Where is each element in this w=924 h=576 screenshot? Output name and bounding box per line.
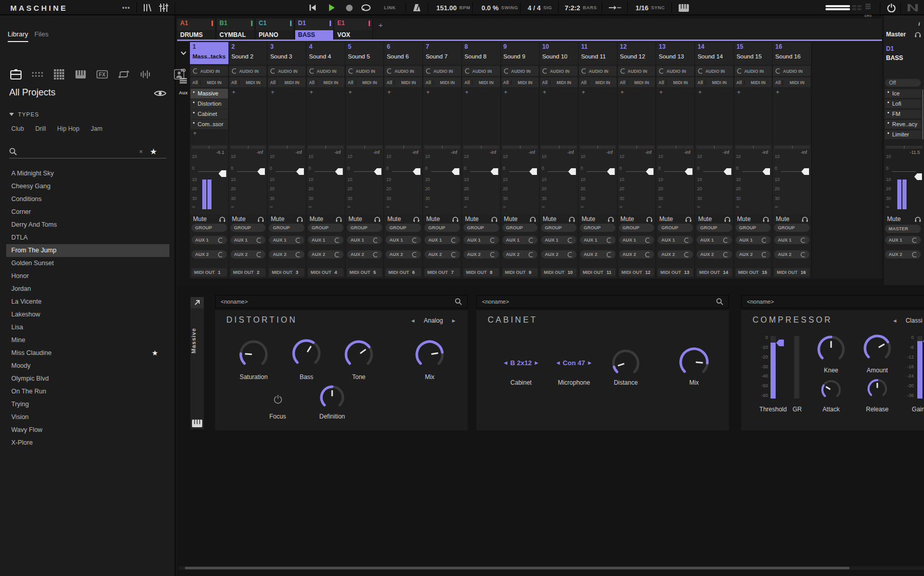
- aux-mini-knob-icon[interactable]: [912, 237, 917, 243]
- mute-button[interactable]: Mute: [426, 215, 440, 223]
- project-item[interactable]: A Midnight Sky: [0, 167, 176, 180]
- audio-in-button[interactable]: AUDIO IN: [735, 66, 772, 76]
- channel-strip-13[interactable]: 13 Sound 13 AUDIO IN All MIDI IN + -inf …: [656, 42, 695, 279]
- mute-button[interactable]: Mute: [776, 215, 790, 223]
- master-headphone-icon[interactable]: [915, 32, 921, 37]
- loops-filter-icon[interactable]: [117, 68, 130, 81]
- master-route-button[interactable]: MASTER: [885, 225, 921, 233]
- microphone-selector[interactable]: ◀ Con 47 ▶: [556, 359, 591, 367]
- prev-icon[interactable]: ◀: [556, 361, 560, 365]
- pan-strip[interactable]: [580, 146, 615, 149]
- add-plugin-button[interactable]: +: [540, 89, 578, 97]
- aux1-button[interactable]: AUX 1: [619, 236, 654, 244]
- project-item[interactable]: Corner: [0, 206, 176, 219]
- aux2-button[interactable]: AUX 2: [541, 250, 576, 259]
- cue-icon[interactable]: [569, 216, 575, 222]
- midi-in-button[interactable]: All MIDI IN: [502, 77, 539, 87]
- master-plugin-item[interactable]: Reve..acy: [885, 120, 921, 129]
- add-plugin-button[interactable]: +: [306, 89, 345, 97]
- project-item[interactable]: On The Run: [0, 385, 176, 398]
- channel-strip-2[interactable]: 2 Sound 2 AUDIO IN All MIDI IN + -inf 10…: [229, 42, 267, 279]
- add-group-button[interactable]: +: [373, 18, 882, 39]
- master-input-off[interactable]: Off: [885, 79, 921, 87]
- pan-strip[interactable]: [425, 146, 460, 149]
- plugin-rail-label[interactable]: Massive: [190, 312, 204, 369]
- midi-in-button[interactable]: All MIDI IN: [773, 77, 811, 87]
- mute-button[interactable]: Mute: [271, 215, 284, 223]
- group-tab-c1[interactable]: C1PIANO: [256, 18, 294, 39]
- keyboard-icon[interactable]: [679, 0, 689, 15]
- add-plugin-button[interactable]: +: [384, 89, 422, 97]
- definition-knob[interactable]: [319, 384, 345, 411]
- add-plugin-button[interactable]: +: [462, 89, 500, 97]
- group-route-button[interactable]: GROUP: [308, 224, 343, 232]
- fader-handle[interactable]: [685, 168, 692, 175]
- project-item[interactable]: Conditions: [0, 193, 176, 206]
- group-tab-b1[interactable]: B1CYMBAL: [217, 18, 255, 39]
- prev-icon[interactable]: ◀: [504, 361, 507, 365]
- aux1-button[interactable]: AUX 1: [386, 236, 421, 244]
- channel-header[interactable]: 7 Sound 7: [423, 42, 461, 64]
- group-route-button[interactable]: GROUP: [697, 224, 732, 232]
- saturation-knob[interactable]: [238, 339, 269, 370]
- level-section-icon[interactable]: [177, 78, 189, 84]
- aux1-button[interactable]: AUX 1: [541, 236, 576, 244]
- fader-handle[interactable]: [646, 168, 653, 175]
- expand-plugin-icon[interactable]: [190, 297, 204, 308]
- project-item[interactable]: Lisa: [0, 321, 176, 334]
- cue-icon[interactable]: [763, 216, 769, 222]
- midi-out-button[interactable]: MIDI OUT7: [425, 268, 460, 276]
- fader-handle[interactable]: [413, 168, 420, 175]
- distortion-preset-selector[interactable]: ◀ Analog ▶: [411, 317, 455, 324]
- audio-in-button[interactable]: AUDIO IN: [696, 66, 733, 76]
- add-plugin-button[interactable]: +: [345, 89, 384, 97]
- midi-out-button[interactable]: MIDI OUT8: [464, 268, 499, 276]
- search-icon[interactable]: [455, 298, 462, 305]
- mute-button[interactable]: Mute: [582, 215, 595, 223]
- midi-in-button[interactable]: All MIDI IN: [346, 77, 383, 87]
- distortion-preset-search[interactable]: <noname>: [215, 295, 468, 308]
- group-route-button[interactable]: GROUP: [269, 224, 304, 232]
- channel-strip-9[interactable]: 9 Sound 9 AUDIO IN All MIDI IN + -inf 10…: [501, 42, 540, 279]
- channel-strip-14[interactable]: 14 Sound 14 AUDIO IN All MIDI IN + -inf …: [695, 42, 734, 279]
- bass-knob[interactable]: [291, 338, 322, 369]
- clear-search-icon[interactable]: ×: [139, 148, 143, 155]
- mute-button[interactable]: Mute: [621, 215, 634, 223]
- cabinet-mix-knob[interactable]: [678, 346, 710, 378]
- metronome-icon[interactable]: [413, 0, 421, 15]
- prev-preset-icon[interactable]: ◀: [411, 319, 414, 323]
- next-icon[interactable]: ▶: [588, 361, 591, 365]
- swing-display[interactable]: 0.0 %SWING: [482, 0, 518, 15]
- tempo-display[interactable]: 151.00BPM: [436, 0, 470, 15]
- midi-in-button[interactable]: All MIDI IN: [540, 77, 578, 87]
- midi-in-button[interactable]: All MIDI IN: [384, 77, 422, 87]
- favorites-filter-icon[interactable]: ★: [150, 147, 157, 156]
- midi-out-button[interactable]: MIDI OUT6: [386, 268, 421, 276]
- cue-icon[interactable]: [530, 216, 536, 222]
- aux1-button[interactable]: AUX 1: [697, 236, 732, 244]
- channel-header[interactable]: 1 Mass..tacks: [190, 42, 228, 64]
- master-plugin-scrollbar[interactable]: [922, 89, 923, 140]
- aux1-button[interactable]: AUX 1: [464, 236, 499, 244]
- mute-button[interactable]: Mute: [387, 215, 401, 223]
- channel-strip-1[interactable]: 1 Mass..tacks AUDIO IN All MIDI IN Massi…: [190, 42, 228, 279]
- aux1-button[interactable]: AUX 1: [580, 236, 615, 244]
- channel-strip-7[interactable]: 7 Sound 7 AUDIO IN All MIDI IN + -inf 10…: [423, 42, 461, 279]
- aux1-button[interactable]: AUX 1: [230, 236, 266, 244]
- effects-filter-icon[interactable]: FX: [95, 68, 109, 81]
- channel-strip-15[interactable]: 15 Sound 15 AUDIO IN All MIDI IN + -inf …: [734, 42, 773, 279]
- aux2-button[interactable]: AUX 2: [774, 250, 810, 259]
- aux1-button[interactable]: AUX 1: [774, 236, 810, 244]
- midi-in-button[interactable]: All MIDI IN: [735, 77, 772, 87]
- next-icon[interactable]: ▶: [535, 361, 538, 365]
- pan-strip[interactable]: [736, 146, 771, 149]
- cue-icon[interactable]: [374, 216, 380, 222]
- add-plugin-button[interactable]: +: [734, 89, 773, 97]
- fader-handle[interactable]: [491, 168, 498, 175]
- midi-out-button[interactable]: MIDI OUT4: [308, 268, 343, 276]
- compressor-preset-search[interactable]: <noname>: [741, 295, 924, 308]
- midi-out-button[interactable]: MIDI OUT2: [230, 268, 266, 276]
- types-header[interactable]: TYPES: [9, 111, 39, 117]
- audio-in-button[interactable]: AUDIO IN: [229, 66, 267, 76]
- master-fader-handle[interactable]: [914, 173, 922, 180]
